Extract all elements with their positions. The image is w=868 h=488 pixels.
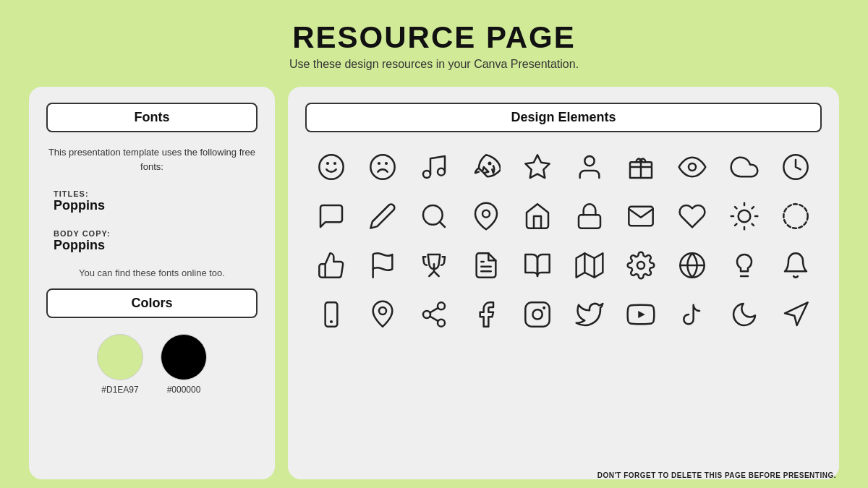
lightbulb-icon: [723, 244, 766, 287]
youtube-icon: [619, 293, 663, 336]
svg-rect-17: [579, 215, 600, 228]
thumbsup-icon: [310, 244, 353, 287]
body-font-name: Poppins: [54, 238, 250, 253]
eye-icon: [671, 145, 714, 189]
map-icon: [568, 244, 611, 287]
color-circle-black: [161, 334, 207, 380]
svg-line-45: [430, 308, 438, 313]
svg-point-6: [423, 171, 430, 178]
page-header: RESOURCE PAGE Use these design resources…: [289, 0, 579, 78]
music-icon: [412, 145, 456, 189]
svg-line-25: [735, 224, 736, 226]
colors-section: Colors #D1EA97 #000000: [46, 288, 258, 399]
star-icon: [516, 145, 559, 189]
fonts-online-text: You can find these fonts online too.: [46, 267, 258, 278]
tiktok-icon: [671, 293, 714, 336]
title-label: TITLES:: [54, 189, 250, 198]
footer-note: DON'T FORGET TO DELETE THIS PAGE BEFORE …: [597, 471, 836, 479]
svg-marker-9: [526, 155, 550, 178]
svg-point-18: [738, 210, 750, 223]
color-swatch-black: #000000: [161, 334, 207, 395]
book-icon: [516, 244, 559, 287]
svg-point-12: [689, 163, 696, 171]
clock-icon: [774, 145, 817, 189]
title-font-name: Poppins: [54, 198, 250, 213]
lock-icon: [568, 194, 611, 238]
pin-icon: [464, 194, 508, 238]
right-panel: Design Elements: [288, 87, 839, 479]
icons-grid: [305, 145, 822, 336]
facebook-icon: [464, 293, 508, 336]
megaphone-icon: [774, 293, 817, 336]
share-icon: [412, 293, 456, 336]
svg-point-41: [438, 302, 445, 309]
heart-icon: [671, 194, 714, 238]
svg-line-44: [430, 317, 438, 322]
svg-point-43: [438, 320, 445, 327]
body-label: BODY COPY:: [54, 229, 250, 238]
twitter-icon: [568, 293, 611, 336]
rocket-icon: [464, 145, 508, 189]
icons-row-2: [305, 194, 822, 238]
sad-icon: [361, 145, 404, 189]
flag-icon: [361, 244, 404, 287]
icons-row-3: [305, 244, 822, 287]
fonts-header: Fonts: [46, 103, 258, 132]
person-icon: [568, 145, 611, 189]
color-swatch-green: #D1EA97: [97, 334, 143, 395]
gift-icon: [619, 145, 663, 189]
svg-point-27: [784, 204, 808, 228]
icons-row-4: [305, 293, 822, 336]
gear-icon: [619, 244, 663, 287]
sun-icon: [723, 194, 766, 238]
phone-icon: [310, 293, 353, 336]
main-content: Fonts This presentation template uses th…: [0, 78, 868, 488]
svg-line-26: [752, 207, 753, 208]
svg-line-21: [735, 207, 736, 208]
left-panel: Fonts This presentation template uses th…: [29, 87, 275, 479]
search-icon: [412, 194, 456, 238]
svg-rect-46: [526, 302, 550, 326]
icons-row-1: [305, 145, 822, 189]
fonts-description: This presentation template uses the foll…: [46, 145, 258, 174]
cloud-icon: [723, 145, 766, 189]
svg-point-3: [370, 155, 394, 179]
svg-marker-32: [576, 253, 603, 277]
location-icon: [361, 293, 404, 336]
svg-marker-48: [638, 311, 645, 318]
placeholder-icon-2: [774, 194, 817, 238]
instagram-icon: [516, 293, 559, 336]
body-font-entry: BODY COPY: Poppins: [46, 229, 258, 253]
home-icon: [516, 194, 559, 238]
title-font-entry: TITLES: Poppins: [46, 189, 258, 213]
design-elements-header: Design Elements: [305, 103, 822, 132]
moon-icon: [723, 293, 766, 336]
svg-line-22: [752, 224, 753, 226]
color-hex-green: #D1EA97: [101, 385, 138, 395]
svg-point-0: [319, 155, 343, 179]
smiley-icon: [310, 145, 353, 189]
chat-icon: [310, 194, 353, 238]
colors-header: Colors: [46, 288, 258, 318]
svg-point-42: [423, 311, 430, 318]
bell-icon: [774, 244, 817, 287]
pencil-icon: [361, 194, 404, 238]
globe-icon: [671, 244, 714, 287]
svg-point-35: [637, 262, 644, 269]
envelope-icon: [619, 194, 663, 238]
svg-point-8: [488, 162, 491, 166]
svg-point-16: [482, 210, 490, 218]
document-icon: [464, 244, 508, 287]
page-title: RESOURCE PAGE: [289, 20, 579, 55]
trophy-icon: [412, 244, 456, 287]
color-hex-black: #000000: [167, 385, 201, 395]
svg-point-40: [379, 307, 386, 314]
color-swatches: #D1EA97 #000000: [46, 327, 258, 399]
color-circle-green: [97, 334, 143, 380]
svg-point-7: [438, 168, 445, 176]
svg-line-15: [440, 222, 445, 227]
svg-point-10: [584, 156, 594, 166]
page-subtitle: Use these design resources in your Canva…: [289, 58, 579, 71]
